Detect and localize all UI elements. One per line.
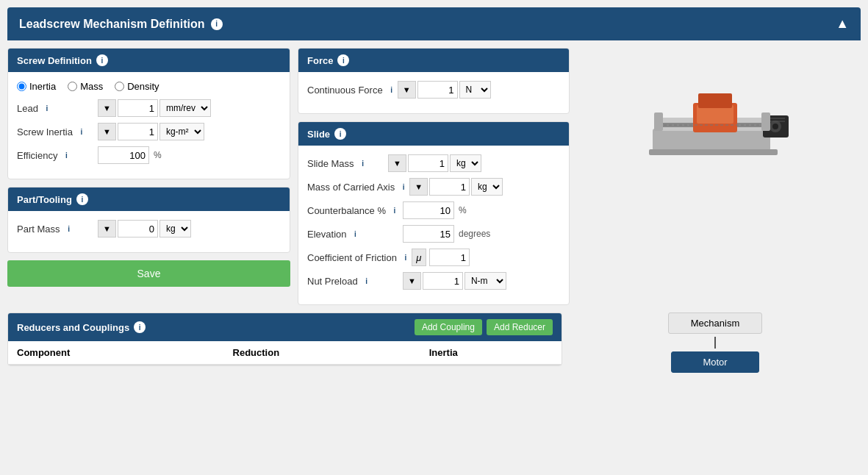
efficiency-label-group: Efficiency i	[17, 149, 98, 161]
radio-density-input[interactable]	[115, 82, 124, 91]
radio-mass[interactable]: Mass	[68, 81, 103, 92]
reducers-table-header-row: Component Reduction Inertia	[8, 341, 562, 365]
lead-row: Lead i ▼ mm/rev in/rev	[17, 99, 281, 117]
radio-mass-input[interactable]	[68, 82, 77, 91]
nut-preload-info-icon[interactable]: i	[361, 275, 373, 287]
radio-inertia-input[interactable]	[17, 82, 26, 91]
screw-inertia-label-group: Screw Inertia i	[17, 126, 98, 138]
slide-body: Slide Mass i ▼ kg lb	[298, 146, 569, 304]
nut-preload-value-input[interactable]	[423, 272, 463, 290]
elevation-label: Elevation	[307, 229, 346, 240]
mass-carried-info-icon[interactable]: i	[398, 181, 409, 193]
slide-mass-value-input[interactable]	[408, 154, 448, 172]
mass-carried-value-input[interactable]	[429, 178, 470, 196]
lead-unit-select[interactable]: mm/rev in/rev	[159, 99, 211, 117]
mass-carried-row: Mass of Carried Axis i ▼ kg lb	[307, 178, 560, 196]
part-mass-dropdown-btn[interactable]: ▼	[98, 220, 116, 238]
continuous-force-info-icon[interactable]: i	[386, 84, 398, 96]
elevation-value-input[interactable]	[403, 225, 454, 243]
slide-mass-dropdown-btn[interactable]: ▼	[388, 154, 406, 172]
reducers-section: Reducers and Couplings i Add Coupling Ad…	[7, 312, 562, 380]
radio-density[interactable]: Density	[115, 81, 159, 92]
reducers-panel: Reducers and Couplings i Add Coupling Ad…	[7, 312, 562, 366]
elevation-unit: degrees	[459, 229, 490, 239]
mass-carried-unit-select[interactable]: kg lb	[471, 178, 503, 196]
coeff-friction-input-group: μ	[412, 249, 470, 266]
lead-info-icon[interactable]: i	[41, 102, 53, 114]
illustration-container	[638, 55, 800, 175]
elevation-info-icon[interactable]: i	[349, 228, 361, 240]
efficiency-info-icon[interactable]: i	[60, 149, 72, 161]
add-coupling-button[interactable]: Add Coupling	[415, 319, 482, 335]
screw-definition-panel: Screw Definition i Inertia Mass	[7, 48, 290, 179]
screw-definition-info-icon[interactable]: i	[96, 54, 108, 66]
mass-carried-dropdown-btn[interactable]: ▼	[409, 178, 428, 196]
counterbalance-info-icon[interactable]: i	[389, 204, 401, 216]
counterbalance-input-group: %	[403, 201, 467, 219]
continuous-force-value-input[interactable]	[417, 81, 458, 99]
slide-mass-info-icon[interactable]: i	[357, 157, 369, 169]
reducers-table: Component Reduction Inertia	[8, 341, 562, 365]
radio-inertia-label: Inertia	[29, 81, 56, 92]
screw-inertia-dropdown-btn[interactable]: ▼	[98, 123, 116, 140]
part-tooling-title: Part/Tooling	[17, 194, 72, 205]
nut-preload-unit-select[interactable]: N-m oz-in	[465, 272, 506, 290]
slide-header: Slide i	[298, 122, 569, 146]
part-tooling-body: Part Mass i ▼ kg lb	[8, 211, 290, 252]
continuous-force-unit-select[interactable]: N lbf	[459, 81, 491, 99]
continuous-force-dropdown-btn[interactable]: ▼	[398, 81, 416, 99]
slide-info-icon[interactable]: i	[334, 128, 346, 140]
reducers-header-left: Reducers and Couplings i	[17, 321, 146, 333]
efficiency-label: Efficiency	[17, 150, 57, 161]
part-mass-value-input[interactable]	[118, 220, 158, 238]
screw-inertia-info-icon[interactable]: i	[76, 126, 87, 138]
screw-inertia-unit-select[interactable]: kg-m² oz-in²	[159, 123, 204, 140]
svg-rect-11	[654, 113, 663, 131]
nut-preload-dropdown-btn[interactable]: ▼	[403, 272, 421, 290]
slide-mass-unit-select[interactable]: kg lb	[450, 154, 481, 172]
slide-mass-label-group: Slide Mass i	[307, 157, 388, 169]
part-mass-info-icon[interactable]: i	[63, 223, 75, 235]
svg-rect-12	[761, 113, 770, 131]
radio-inertia[interactable]: Inertia	[17, 81, 56, 92]
col-inertia: Inertia	[420, 341, 562, 365]
lead-value-input[interactable]	[118, 99, 158, 117]
continuous-force-input-group: ▼ N lbf	[398, 81, 491, 99]
middle-column: Force i Continuous Force i ▼ N	[298, 48, 570, 305]
part-mass-unit-select[interactable]: kg lb	[159, 220, 191, 238]
add-reducer-button[interactable]: Add Reducer	[487, 319, 553, 335]
force-info-icon[interactable]: i	[337, 54, 349, 66]
collapse-icon[interactable]: ▲	[836, 16, 849, 32]
part-tooling-info-icon[interactable]: i	[76, 193, 88, 205]
force-header: Force i	[298, 49, 569, 72]
counterbalance-label-group: Counterbalance % i	[307, 204, 403, 216]
counterbalance-value-input[interactable]	[403, 201, 454, 219]
part-tooling-header: Part/Tooling i	[8, 188, 290, 211]
motor-box: Motor	[671, 351, 759, 373]
reducers-info-icon[interactable]: i	[134, 321, 146, 333]
nut-preload-label-group: Nut Preload i	[307, 275, 403, 287]
efficiency-value-input[interactable]	[98, 146, 149, 164]
nut-preload-label: Nut Preload	[307, 276, 358, 287]
lead-dropdown-btn[interactable]: ▼	[98, 99, 116, 117]
slide-panel: Slide i Slide Mass i ▼	[298, 121, 570, 305]
force-body: Continuous Force i ▼ N lbf	[298, 72, 569, 113]
left-column: Screw Definition i Inertia Mass	[7, 48, 290, 305]
save-button[interactable]: Save	[7, 260, 290, 287]
continuous-force-row: Continuous Force i ▼ N lbf	[307, 81, 560, 99]
efficiency-unit: %	[154, 150, 162, 160]
part-mass-input-group: ▼ kg lb	[98, 220, 191, 238]
part-mass-label: Part Mass	[17, 224, 60, 235]
coeff-friction-info-icon[interactable]: i	[400, 251, 412, 263]
coeff-friction-value-input[interactable]	[429, 249, 470, 266]
header-info-icon[interactable]: i	[211, 18, 223, 30]
radio-density-label: Density	[127, 81, 159, 92]
screw-inertia-value-input[interactable]	[118, 123, 158, 140]
elevation-row: Elevation i degrees	[307, 225, 560, 243]
continuous-force-label: Continuous Force	[307, 85, 383, 96]
coeff-friction-label: Coefficient of Friction	[307, 252, 397, 263]
svg-rect-13	[649, 149, 778, 155]
mass-carried-label: Mass of Carried Axis	[307, 182, 395, 193]
screw-definition-body: Inertia Mass Density	[8, 72, 290, 179]
svg-rect-5	[698, 93, 732, 108]
